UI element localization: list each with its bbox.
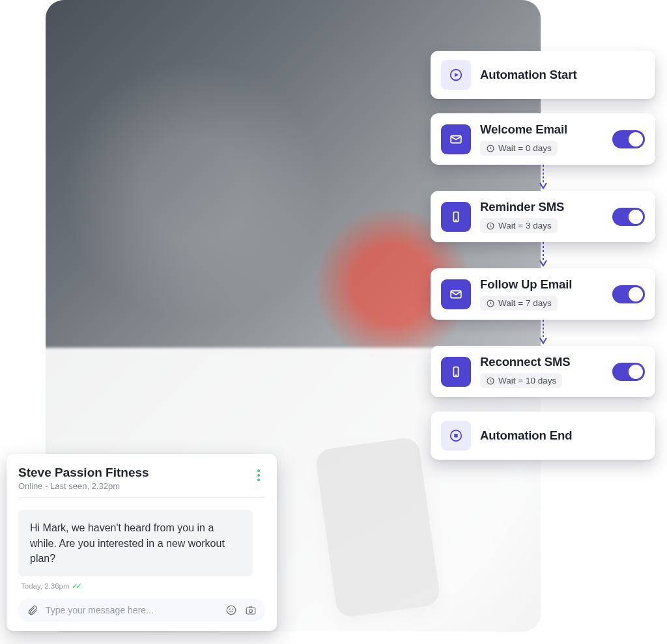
wait-text: Wait = 10 days: [498, 376, 556, 385]
svg-point-1: [229, 609, 230, 609]
chat-timestamp-text: Today, 2.36pm: [21, 582, 70, 590]
wait-pill: Wait = 0 days: [480, 141, 558, 156]
camera-icon[interactable]: [244, 604, 257, 617]
more-vertical-icon[interactable]: [252, 466, 265, 481]
paperclip-icon[interactable]: [26, 604, 39, 617]
chat-input-row: [18, 598, 265, 622]
wait-pill: Wait = 7 days: [480, 296, 558, 311]
svg-rect-3: [246, 608, 255, 614]
step-title: Reminder SMS: [480, 200, 603, 214]
chat-timestamp: Today, 2.36pm ✓✓: [21, 581, 265, 591]
stop-circle-icon: [441, 421, 471, 451]
automation-step-follow-up-email[interactable]: Follow Up Email Wait = 7 days: [431, 268, 655, 320]
wait-text: Wait = 7 days: [498, 298, 552, 308]
step-toggle[interactable]: [612, 130, 645, 148]
step-title: Follow Up Email: [480, 277, 603, 292]
double-check-icon: ✓✓: [72, 581, 79, 591]
automation-flow: Automation Start Welcome Email Wait = 0 …: [431, 51, 655, 460]
automation-step-reconnect-sms[interactable]: Reconnect SMS Wait = 10 days: [431, 346, 655, 397]
svg-point-4: [249, 609, 253, 613]
chat-text-input[interactable]: [46, 605, 218, 615]
automation-step-reminder-sms[interactable]: Reminder SMS Wait = 3 days: [431, 191, 655, 242]
wait-pill: Wait = 10 days: [480, 373, 562, 388]
wait-text: Wait = 3 days: [498, 221, 552, 231]
chat-contact-name: Steve Passion Fitness: [18, 466, 149, 480]
clock-icon: [486, 144, 495, 153]
automation-step-welcome-email[interactable]: Welcome Email Wait = 0 days: [431, 113, 655, 165]
clock-icon: [486, 221, 495, 231]
svg-point-2: [233, 609, 233, 609]
chat-status-line: Online - Last seen, 2.32pm: [18, 481, 149, 491]
automation-end-label: Automation End: [480, 428, 645, 443]
automation-start-card[interactable]: Automation Start: [431, 51, 655, 99]
mail-icon: [441, 279, 471, 309]
phone-silhouette: [315, 436, 442, 619]
wait-pill: Wait = 3 days: [480, 218, 558, 233]
wait-text: Wait = 0 days: [498, 143, 552, 153]
step-toggle[interactable]: [612, 208, 645, 226]
smile-icon[interactable]: [225, 604, 238, 617]
flow-arrow: [431, 165, 655, 191]
svg-rect-20: [454, 434, 458, 438]
phone-icon: [441, 357, 471, 387]
mail-icon: [441, 124, 471, 154]
flow-arrow: [431, 242, 655, 268]
phone-icon: [441, 202, 471, 232]
step-toggle[interactable]: [612, 285, 645, 303]
play-circle-icon: [441, 60, 471, 90]
step-title: Welcome Email: [480, 122, 603, 137]
step-title: Reconnect SMS: [480, 355, 603, 369]
automation-start-label: Automation Start: [480, 68, 645, 82]
clock-icon: [486, 376, 495, 385]
clock-icon: [486, 299, 495, 308]
chat-message-bubble: Hi Mark, we haven't heard from you in a …: [18, 510, 253, 576]
flow-arrow: [431, 320, 655, 346]
step-toggle[interactable]: [612, 363, 645, 381]
chat-panel: Steve Passion Fitness Online - Last seen…: [7, 454, 277, 631]
automation-end-card[interactable]: Automation End: [431, 412, 655, 460]
chat-header: Steve Passion Fitness Online - Last seen…: [18, 466, 265, 498]
svg-point-0: [227, 606, 236, 615]
